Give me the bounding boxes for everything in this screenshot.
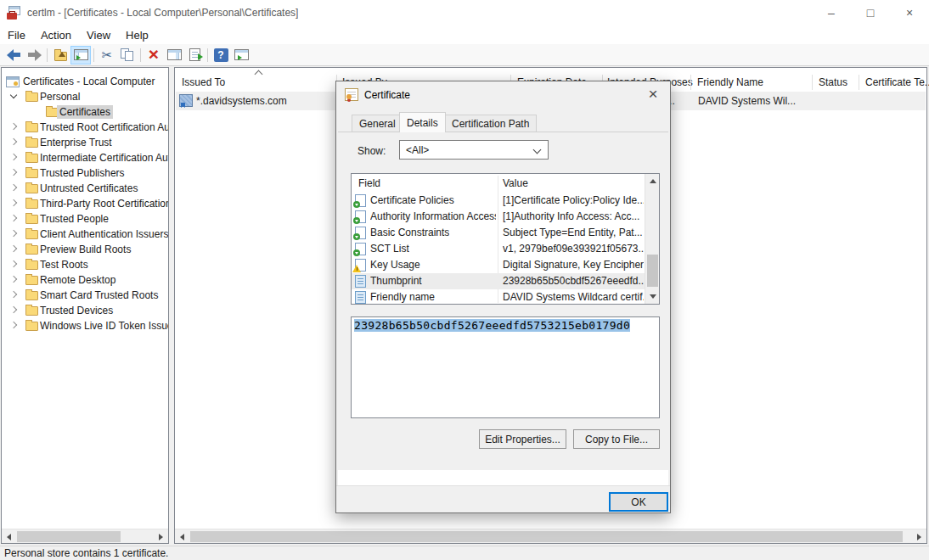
copy-to-file-button[interactable]: Copy to File... (573, 429, 660, 449)
chevron-collapsed-icon[interactable] (10, 291, 17, 298)
show-dropdown[interactable]: <All> (399, 140, 549, 160)
tree-item-preview-build-roots[interactable]: Preview Build Roots (2, 242, 168, 257)
tree-item-client-authentication-issuers[interactable]: Client Authentication Issuers (2, 227, 168, 242)
field-row-sct-list[interactable]: SCT Listv1, 2979bef09e393921f05673... (352, 241, 645, 257)
value-column-header[interactable]: Value (503, 177, 528, 189)
tree-item-windows-live-id-token-issuer[interactable]: Windows Live ID Token Issuer (2, 318, 168, 333)
tree-item-label[interactable]: Smart Card Trusted Roots (37, 288, 160, 302)
scrollbar-thumb[interactable] (647, 255, 658, 287)
tree-item-trusted-people[interactable]: Trusted People (2, 211, 168, 227)
chevron-collapsed-icon[interactable] (10, 123, 17, 130)
menu-action[interactable]: Action (33, 27, 79, 43)
tree-item-untrusted-certificates[interactable]: Untrusted Certificates (2, 181, 168, 196)
tree-item-label[interactable]: Test Roots (37, 258, 91, 272)
chevron-collapsed-icon[interactable] (10, 184, 17, 191)
scroll-right-icon[interactable] (912, 529, 926, 544)
chevron-collapsed-icon[interactable] (10, 245, 17, 252)
field-detail-box[interactable]: 23928b65b50cbdf5267eeedfd5753215eb0179d0 (351, 316, 660, 418)
tree-item-remote-desktop[interactable]: Remote Desktop (2, 272, 168, 288)
forward-icon[interactable] (24, 46, 44, 64)
chevron-collapsed-icon[interactable] (10, 306, 17, 313)
up-folder-icon[interactable] (50, 46, 70, 64)
tree-item-label[interactable]: Untrusted Certificates (37, 182, 140, 195)
menu-view[interactable]: View (79, 27, 118, 43)
tree-item-label[interactable]: Certificates - Local Computer (20, 75, 157, 88)
tree-item-label[interactable]: Remote Desktop (37, 273, 118, 287)
scroll-left-icon[interactable] (2, 529, 16, 544)
tree-item-trusted-publishers[interactable]: Trusted Publishers (2, 165, 168, 181)
show-console-tree-icon[interactable] (70, 46, 91, 64)
field-list-scrollbar[interactable] (645, 174, 659, 304)
scrollbar-thumb[interactable] (190, 531, 903, 542)
tree-item-third-party-root-certification-authorities[interactable]: Third-Party Root Certification Authoriti… (2, 196, 168, 211)
field-row-key-usage[interactable]: Key UsageDigital Signature, Key Encipher… (352, 257, 645, 273)
tree-item-label[interactable]: Client Authentication Issuers (37, 227, 168, 241)
tree-item-label[interactable]: Third-Party Root Certification Authoriti… (37, 197, 168, 210)
chevron-collapsed-icon[interactable] (10, 169, 17, 176)
export-list-icon[interactable] (184, 46, 205, 64)
chevron-collapsed-icon[interactable] (10, 276, 17, 283)
field-row-thumbprint[interactable]: Thumbprint23928b65b50cbdf5267eeedfd... (352, 273, 645, 289)
column-divider[interactable] (690, 75, 691, 90)
tab-general[interactable]: General (352, 115, 403, 132)
tree-item-certificates-local-computer[interactable]: Certificates - Local Computer (2, 74, 168, 89)
tree-item-label[interactable]: Trusted Root Certification Authorities (37, 120, 168, 134)
chevron-collapsed-icon[interactable] (10, 154, 17, 160)
column-header-friendly-name[interactable]: Friendly Name (697, 76, 763, 88)
tab-details[interactable]: Details (399, 112, 446, 132)
tree-item-label[interactable]: Preview Build Roots (37, 243, 133, 256)
scrollbar-thumb[interactable] (17, 531, 121, 542)
tree-item-label[interactable]: Enterprise Trust (37, 136, 115, 149)
tree-item-label[interactable]: Personal (37, 90, 82, 104)
scroll-down-icon[interactable] (645, 289, 660, 304)
help-icon[interactable]: ? (211, 46, 231, 64)
scroll-left-icon[interactable] (175, 529, 189, 544)
menu-help[interactable]: Help (118, 27, 156, 43)
tree-item-label[interactable]: Trusted Publishers (37, 166, 127, 180)
column-header-issued-to[interactable]: Issued To (182, 76, 225, 88)
chevron-expanded-icon[interactable] (10, 92, 17, 98)
copy-icon[interactable] (117, 46, 138, 64)
chevron-collapsed-icon[interactable] (10, 138, 17, 145)
new-window-icon[interactable] (231, 46, 251, 64)
tree-item-trusted-root-certification-authorities[interactable]: Trusted Root Certification Authorities (2, 120, 168, 135)
scroll-up-icon[interactable] (645, 174, 660, 188)
list-horizontal-scrollbar[interactable] (175, 529, 926, 543)
chevron-collapsed-icon[interactable] (10, 322, 17, 328)
column-divider[interactable] (859, 75, 859, 90)
chevron-collapsed-icon[interactable] (10, 215, 17, 221)
maximize-button[interactable]: □ (851, 0, 890, 25)
column-header-status[interactable]: Status (819, 76, 847, 88)
delete-icon[interactable]: × (144, 46, 164, 64)
field-row-friendly-name[interactable]: Friendly nameDAVID Systems Wildcard cert… (352, 289, 645, 305)
tree-item-certificates[interactable]: Certificates (2, 104, 168, 120)
close-button[interactable]: × (890, 0, 929, 25)
scroll-right-icon[interactable] (154, 529, 168, 544)
column-header-certificate-te-[interactable]: Certificate Te... (865, 76, 929, 88)
tree-item-label[interactable]: Trusted People (37, 212, 111, 226)
properties-icon[interactable] (164, 46, 184, 64)
ok-button[interactable]: OK (609, 492, 668, 512)
field-row-certificate-policies[interactable]: Certificate Policies[1]Certificate Polic… (352, 193, 645, 209)
chevron-collapsed-icon[interactable] (10, 260, 17, 267)
chevron-collapsed-icon[interactable] (10, 230, 17, 237)
tree-horizontal-scrollbar[interactable] (2, 529, 168, 543)
tree-item-intermediate-certification-authorities[interactable]: Intermediate Certification Authorities (2, 150, 168, 165)
tree-item-trusted-devices[interactable]: Trusted Devices (2, 303, 168, 318)
column-divider[interactable] (812, 75, 813, 90)
tab-certification-path[interactable]: Certification Path (444, 115, 537, 132)
tree-item-personal[interactable]: Personal (2, 89, 168, 104)
field-column-header[interactable]: Field (358, 177, 380, 189)
close-icon[interactable]: × (641, 83, 665, 105)
edit-properties-button[interactable]: Edit Properties... (479, 429, 566, 449)
minimize-button[interactable]: – (812, 0, 851, 25)
field-row-basic-constraints[interactable]: Basic ConstraintsSubject Type=End Entity… (352, 225, 645, 241)
tree-item-test-roots[interactable]: Test Roots (2, 257, 168, 272)
tree-item-enterprise-trust[interactable]: Enterprise Trust (2, 135, 168, 150)
tree-item-label[interactable]: Trusted Devices (37, 304, 115, 317)
back-icon[interactable] (3, 46, 24, 64)
tree-item-label[interactable]: Certificates (57, 105, 113, 119)
field-row-authority-information-access[interactable]: Authority Information Access[1]Authority… (352, 209, 645, 225)
tree-item-smart-card-trusted-roots[interactable]: Smart Card Trusted Roots (2, 288, 168, 303)
chevron-collapsed-icon[interactable] (10, 199, 17, 206)
